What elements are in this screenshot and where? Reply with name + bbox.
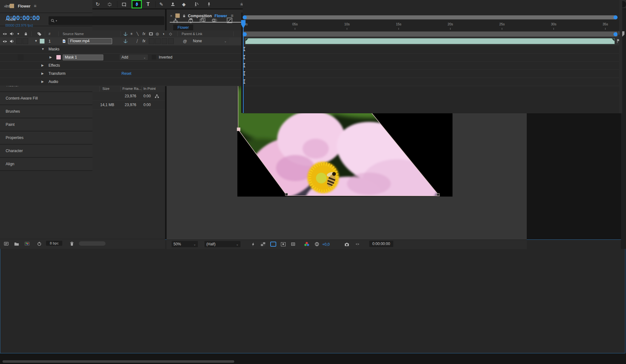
masks-group-row[interactable]: ▼ Masks <box>0 45 242 54</box>
footer-scrollbar[interactable] <box>79 241 106 246</box>
sidebar-item-align[interactable]: Align <box>0 158 92 171</box>
adjustment-layer-switch-icon[interactable]: ◑ <box>162 32 164 36</box>
time-ruler[interactable]: 0s 05s 10s 15s 20s 25s 30s 35s <box>243 20 622 31</box>
parent-dropdown[interactable]: None⌄ <box>191 38 229 44</box>
motion-blur-button[interactable] <box>212 18 217 23</box>
navigator-start-handle[interactable] <box>243 15 247 19</box>
sidebar-item-character[interactable]: Character <box>0 145 92 158</box>
masks-expand-chevron-icon[interactable]: ▼ <box>41 47 44 51</box>
lock-column-icon[interactable] <box>24 32 28 36</box>
column-in-point[interactable]: In Point <box>143 87 156 90</box>
layer-quality-switch[interactable]: ⧸ <box>137 39 138 44</box>
sidebar-item-brushes[interactable]: Brushes <box>0 105 92 118</box>
transform-reset-link[interactable]: Reset <box>122 71 131 76</box>
grid-guides-button[interactable] <box>289 241 297 248</box>
resolution-dropdown[interactable]: (Half)⌄ <box>204 241 241 247</box>
navigator-end-handle[interactable] <box>613 15 618 19</box>
preview-timecode[interactable]: 0:00:00:00 <box>369 241 393 247</box>
work-area-end-handle[interactable] <box>613 32 618 36</box>
new-folder-icon[interactable] <box>14 242 19 246</box>
layer-row-flower-mp4[interactable]: ▼ 1 Flower.mp4 ⚓ ⧸ fx @ None⌄ <box>0 38 242 45</box>
transform-expand-chevron-icon[interactable]: ▶ <box>41 72 44 75</box>
sidebar-item-properties[interactable]: Properties <box>0 131 92 145</box>
composition-flowchart-button[interactable] <box>173 18 178 23</box>
layer-shy-switch[interactable]: ⚓ <box>123 39 128 43</box>
timeline-horizontal-scrollbar[interactable] <box>3 360 234 363</box>
3d-layer-switch-icon[interactable]: ◇ <box>169 32 172 36</box>
timeline-tab-name[interactable]: Flower <box>18 4 30 8</box>
shy-toggle-button[interactable] <box>188 18 194 23</box>
mask-vertex-bottom-right[interactable] <box>437 193 439 196</box>
parent-pickwhip-icon[interactable]: @ <box>183 39 187 44</box>
sidebar-item-paint[interactable]: Paint <box>0 118 92 131</box>
timeline-label-swatch[interactable] <box>10 4 14 8</box>
mask-1-row[interactable]: ▶ Mask 1 Add⌄ Inverted <box>0 54 242 62</box>
mask-expand-chevron-icon[interactable]: ▶ <box>49 55 52 59</box>
mask-vertex-left-selected[interactable] <box>237 128 240 131</box>
interpret-footage-icon[interactable] <box>4 241 9 246</box>
time-navigator-bar[interactable] <box>243 15 618 19</box>
panel-menu-icon[interactable]: ≡ <box>34 3 36 8</box>
show-snapshot-button[interactable] <box>353 241 361 248</box>
exposure-value[interactable]: +0,0 <box>322 242 330 247</box>
timeline-vertical-scrollbar[interactable] <box>619 0 622 113</box>
quality-switch-icon[interactable]: ╲ <box>137 32 139 36</box>
audio-column-speaker-icon[interactable] <box>10 32 14 36</box>
layer-label-swatch[interactable] <box>40 39 44 44</box>
column-size[interactable]: Size <box>102 87 109 90</box>
column-frame-rate[interactable]: Frame Ra... <box>122 87 142 90</box>
frame-blend-switch-icon[interactable] <box>149 32 153 36</box>
layer-track-row[interactable] <box>243 38 622 45</box>
new-composition-icon[interactable] <box>24 241 30 246</box>
fast-previews-button[interactable] <box>249 241 257 248</box>
solo-column-icon[interactable]: ● <box>17 32 19 35</box>
layer-eye-icon[interactable] <box>3 39 7 44</box>
comp-mini-tab[interactable]: Flower <box>173 24 193 31</box>
snapshot-button[interactable] <box>343 241 351 248</box>
current-timecode[interactable]: 0:00:00:00 <box>6 14 40 22</box>
work-area-row[interactable] <box>243 31 622 38</box>
3d-cell[interactable] <box>168 38 174 44</box>
effects-switch-icon[interactable]: fx <box>142 32 145 36</box>
unlock-icon[interactable] <box>182 14 186 18</box>
work-area-bar[interactable] <box>243 32 618 37</box>
timeline-search-field[interactable]: ▾ <box>49 16 164 25</box>
close-tab-icon[interactable]: × <box>170 13 173 18</box>
mask-mode-dropdown[interactable]: Add⌄ <box>120 54 148 60</box>
adjustment-cell[interactable] <box>162 38 167 44</box>
audio-group-row[interactable]: ▶ Audio <box>0 78 242 86</box>
mask-vertex-bottom-left[interactable] <box>285 193 288 196</box>
channel-button[interactable] <box>303 241 311 248</box>
audio-expand-chevron-icon[interactable]: ▶ <box>41 80 44 83</box>
flowchart-icon[interactable] <box>155 94 159 98</box>
video-column-eye-icon[interactable] <box>3 32 7 36</box>
graph-editor-button[interactable] <box>227 18 232 23</box>
magnification-dropdown[interactable]: 50%⌄ <box>172 241 198 247</box>
lock-cell[interactable] <box>23 38 28 44</box>
source-name-column[interactable]: Source Name <box>63 32 84 36</box>
frame-blending-button[interactable] <box>200 18 205 23</box>
mask-name-field[interactable]: Mask 1 <box>63 54 103 60</box>
mask-color-swatch[interactable] <box>56 55 61 59</box>
renderer-power-icon[interactable] <box>37 241 42 246</box>
trash-icon[interactable] <box>70 241 74 246</box>
solo-cell[interactable] <box>16 38 22 44</box>
layer-expand-chevron-icon[interactable]: ▼ <box>34 39 38 43</box>
frame-blend-cell[interactable] <box>149 38 154 44</box>
shy-switch-icon[interactable]: ⚓ <box>123 32 128 36</box>
layer-number-column[interactable]: # <box>49 32 50 36</box>
effects-expand-chevron-icon[interactable]: ▶ <box>41 64 44 67</box>
exposure-reset-button[interactable] <box>313 241 321 248</box>
effects-group-row[interactable]: ▶ Effects <box>0 62 242 70</box>
mask-visibility-button[interactable] <box>269 241 277 248</box>
comp-label-swatch[interactable] <box>175 13 180 18</box>
collapse-switch-icon[interactable]: ✳ <box>130 32 133 36</box>
region-of-interest-button[interactable] <box>279 241 287 248</box>
timeline-track-area[interactable]: 0s 05s 10s 15s 20s 25s 30s 35s <box>243 0 622 113</box>
transparency-grid-button[interactable] <box>259 241 267 248</box>
motion-blur-switch-icon[interactable]: ◎ <box>156 32 159 36</box>
close-tab-icon[interactable]: × <box>4 4 6 9</box>
motion-blur-cell[interactable] <box>155 38 161 44</box>
layer-name-field[interactable]: Flower.mp4 <box>68 38 112 44</box>
mask-inverted-checkbox[interactable] <box>152 55 156 59</box>
